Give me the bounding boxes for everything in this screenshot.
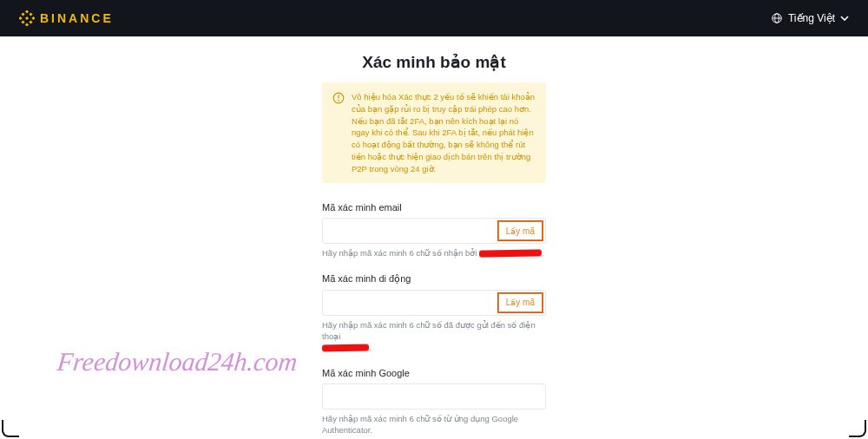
svg-rect-5 [21,12,24,16]
google-code-hint: Hãy nhập mã xác minh 6 chữ số từ ứng dụn… [322,413,546,436]
email-code-label: Mã xác minh email [322,202,546,213]
svg-rect-7 [21,20,24,23]
google-code-label: Mã xác minh Google [322,368,546,378]
svg-rect-3 [31,16,35,20]
watermark: Freedownload24h.com [56,347,299,377]
brand-name: BINANCE [40,11,114,25]
svg-rect-8 [29,20,32,23]
svg-rect-2 [19,16,23,20]
email-code-hint: Hãy nhập mã xác minh 6 chữ số nhận bởi . [322,247,546,259]
svg-rect-6 [29,12,32,16]
page-title: Xác minh bảo mật [322,52,546,72]
google-code-row [322,383,546,410]
top-bar: BINANCE Tiếng Việt [0,0,868,36]
email-code-row: Lấy mã [322,218,546,244]
brand[interactable]: BINANCE [19,10,114,26]
svg-point-14 [338,100,339,102]
email-hint-text: Hãy nhập mã xác minh 6 chữ số nhận bởi [322,248,479,258]
mobile-code-label: Mã xác minh di động [322,273,546,285]
globe-icon [771,12,783,24]
svg-rect-4 [25,16,29,20]
redacted-phone [322,344,369,352]
chevron-down-icon [840,14,849,23]
language-selector[interactable]: Tiếng Việt [771,12,849,24]
warning-text: Vô hiệu hóa Xác thực 2 yếu tố sẽ khiến t… [352,91,536,174]
svg-rect-0 [25,10,29,14]
mobile-hint-text: Hãy nhập mã xác minh 6 chữ số đã được gử… [322,320,536,341]
svg-rect-1 [25,23,29,26]
verify-card: Xác minh bảo mật Vô hiệu hóa Xác thực 2 … [308,52,560,439]
warning-box: Vô hiệu hóa Xác thực 2 yếu tố sẽ khiến t… [322,82,546,183]
mobile-code-row: Lấy mã [322,290,546,316]
redacted-email [479,250,542,258]
mobile-get-code-button[interactable]: Lấy mã [498,293,542,312]
email-get-code-button[interactable]: Lấy mã [498,221,542,240]
binance-logo-icon [19,10,35,26]
mobile-code-hint: Hãy nhập mã xác minh 6 chữ số đã được gử… [322,319,546,354]
language-label: Tiếng Việt [788,12,835,24]
google-code-input[interactable] [322,383,546,410]
warning-icon [332,92,345,104]
